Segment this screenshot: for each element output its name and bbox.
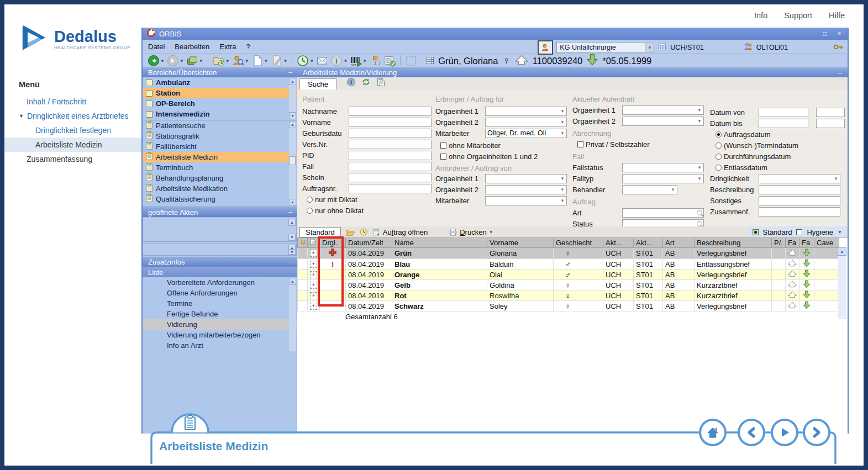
falltyp-dropdown[interactable]: ▼ — [622, 174, 704, 183]
zeit-input[interactable] — [816, 108, 845, 117]
clock-icon[interactable]: ▼ — [296, 55, 314, 67]
mail-icon[interactable] — [315, 55, 329, 67]
column-header[interactable]: Fa — [799, 238, 814, 248]
standard-radio[interactable] — [753, 229, 759, 235]
erbringer-2-dropdown[interactable]: ▼ — [485, 118, 567, 127]
hygiene-checkbox[interactable] — [796, 229, 802, 235]
liste-item[interactable]: Vidierung — [143, 319, 297, 330]
column-header[interactable]: Vorname — [487, 238, 554, 248]
sidebar-item[interactable]: Arbeitsliste Medizin — [4, 138, 141, 152]
anforderer-1-dropdown[interactable]: ▼ — [485, 174, 567, 183]
edit-icon[interactable]: ▼ — [270, 55, 288, 67]
folder-clock-icon[interactable]: ▼ — [212, 55, 230, 67]
liste-item[interactable]: Vorbereitete Anforderungen — [143, 277, 297, 288]
view-item[interactable]: Stationsgrafik — [143, 131, 297, 141]
forward-icon[interactable]: ▼ — [166, 55, 185, 67]
column-header[interactable]: Geschlecht — [554, 238, 603, 248]
view-item[interactable]: Qualitätssicherung — [143, 194, 297, 204]
bereiche-minimize-button[interactable]: – — [288, 70, 292, 75]
ohne-checkbox[interactable] — [440, 142, 446, 149]
scroll-down-icon[interactable]: ▼ — [288, 249, 296, 255]
column-header[interactable]: Name — [392, 238, 487, 248]
cubes-icon[interactable] — [369, 55, 382, 67]
key-icon[interactable] — [833, 43, 844, 52]
org-unit-combobox[interactable]: KG Unfallchirurgie ▼ — [556, 42, 654, 53]
datum-radio[interactable] — [716, 165, 722, 171]
combobox-dropdown-icon[interactable]: ▼ — [645, 43, 654, 52]
dropdown-arrow-icon[interactable]: ▼ — [697, 165, 703, 170]
person-search-icon[interactable]: ▼ — [232, 55, 250, 67]
auftragsnr-input[interactable] — [349, 184, 432, 193]
scroll-up-icon[interactable]: ▲ — [289, 121, 296, 128]
dropdown-arrow-icon[interactable]: ▼ — [560, 187, 566, 192]
top-link-info[interactable]: Info — [754, 11, 767, 20]
erbringer-3-dropdown[interactable]: Oltger, Dr. med. Oli▼ — [485, 129, 567, 138]
vorname-input[interactable] — [349, 118, 432, 127]
view-item[interactable]: Arbeitsliste Medizin — [143, 152, 297, 162]
menu-datei[interactable]: Datei — [148, 43, 165, 51]
anforderer-3-dropdown[interactable]: ▼ — [485, 196, 567, 205]
column-header[interactable]: Cave — [814, 238, 839, 248]
view-item[interactable]: Fallübersicht — [143, 141, 297, 152]
dropdown-arrow-icon[interactable]: ▼ — [697, 176, 703, 181]
table-row[interactable]: +08.04.2019GelbGoldina♀UCHST01ABKurzarzt… — [298, 280, 839, 291]
expand-row-icon[interactable]: + — [310, 271, 317, 278]
table-row[interactable]: +!08.04.2019BlauBalduin♂UCHST01ABEntlass… — [298, 259, 839, 270]
area-item[interactable]: Ambulanz — [143, 77, 297, 88]
scroll-down-icon[interactable]: ▼ — [288, 234, 296, 241]
sidebar-item[interactable]: Zusammenfassung — [4, 152, 141, 166]
scroll-up-icon[interactable]: ▲ — [838, 247, 846, 256]
view-item[interactable]: Arbeitsliste Medikation — [143, 183, 297, 194]
print-column-icon[interactable] — [308, 238, 320, 248]
column-header[interactable]: Akt... — [603, 238, 634, 248]
liste-item[interactable]: Fertige Befunde — [143, 309, 297, 319]
history-clock-icon[interactable] — [359, 228, 368, 236]
patient-context-icon[interactable] — [538, 40, 553, 55]
fallstatus-dropdown[interactable]: ▼ — [622, 163, 704, 172]
table-row[interactable]: +08.04.2019GrünGloriana♀UCHST01ABVerlegu… — [298, 248, 839, 259]
table-row[interactable]: +08.04.2019RotRoswitha♀UCHST01ABKurzarzt… — [298, 291, 839, 301]
liste-item[interactable]: Info an Arzt — [143, 340, 297, 351]
erbringer-1-dropdown[interactable]: ▼ — [485, 107, 567, 116]
expand-row-icon[interactable]: + — [310, 292, 317, 299]
close-button[interactable]: × — [835, 30, 843, 38]
scrollbar-thumb[interactable] — [290, 156, 296, 165]
print-link[interactable]: Drucken ▼ — [449, 228, 493, 236]
zusatzinfos-minimize-button[interactable]: – — [288, 259, 292, 265]
scroll-up-icon[interactable]: ▲ — [289, 78, 296, 85]
scroll-up-icon[interactable]: ▲ — [289, 278, 296, 285]
schein-input[interactable] — [349, 173, 432, 182]
barcode-icon[interactable]: 123▼ — [349, 55, 367, 67]
expand-row-icon[interactable]: + — [310, 250, 317, 257]
column-settings-gear-icon[interactable]: ▼ — [298, 238, 308, 248]
area-item[interactable]: Intensivmedizin — [143, 109, 297, 119]
tab-suche[interactable]: Suche — [299, 78, 336, 89]
column-header[interactable]: Drgl. — [320, 238, 346, 248]
expand-row-icon[interactable]: + — [310, 282, 317, 289]
expand-row-icon[interactable]: + — [310, 303, 317, 310]
results-scrollbar[interactable]: ▲ — [838, 247, 846, 319]
datum-radio[interactable] — [716, 131, 722, 138]
table-row[interactable]: +08.04.2019OrangeOlai♂UCHST01ABVerlegung… — [298, 270, 839, 280]
dropdown-arrow-icon[interactable]: ▼ — [697, 119, 703, 124]
magnifier-icon[interactable] — [697, 221, 702, 226]
sidebar-item[interactable]: ▼Dringlichkeit eines Arztbriefes — [4, 109, 141, 123]
fall-input[interactable] — [349, 162, 432, 171]
aufenthalt-2-dropdown[interactable]: ▼ — [622, 117, 704, 126]
top-link-support[interactable]: Support — [784, 11, 812, 20]
dropdown-arrow-icon[interactable]: ▼ — [697, 108, 703, 113]
minimize-button[interactable]: – — [807, 30, 814, 38]
magnifier-icon[interactable] — [697, 210, 702, 215]
column-header[interactable]: Datum/Zeit — [346, 238, 392, 248]
open-folder-icon[interactable] — [345, 228, 355, 236]
selection-icon[interactable] — [404, 55, 418, 67]
refresh-icon[interactable] — [361, 77, 371, 88]
liste-item[interactable]: Vidierung mitarbeiterbezogen — [143, 330, 297, 340]
areas-scrollbar[interactable]: ▲▼ — [289, 78, 296, 119]
collapse-caret-icon[interactable]: ▼ — [19, 109, 24, 123]
column-header[interactable]: Akt... — [634, 238, 663, 248]
datum-radio[interactable] — [716, 142, 722, 149]
view-item[interactable]: Behandlungsplanung — [143, 173, 297, 183]
anforderer-2-dropdown[interactable]: ▼ — [485, 185, 567, 194]
datum-input[interactable] — [759, 108, 808, 117]
